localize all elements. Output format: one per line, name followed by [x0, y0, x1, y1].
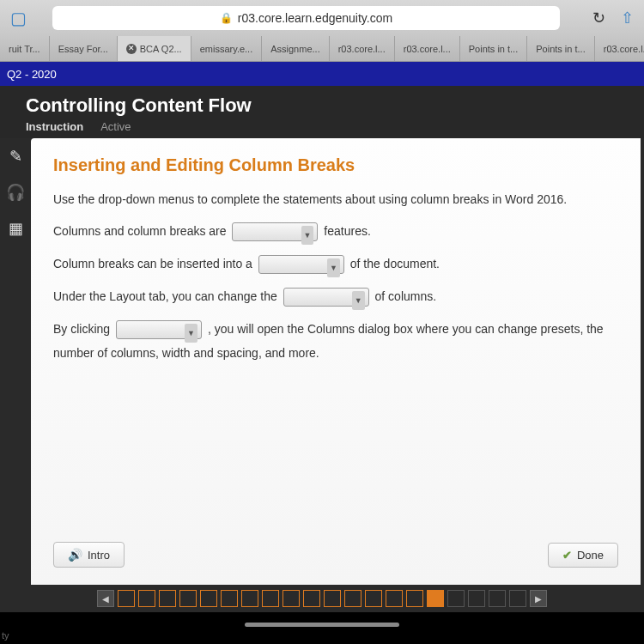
browser-tab[interactable]: r03.core.l... — [330, 36, 395, 61]
progress-step[interactable] — [241, 590, 258, 607]
progress-step-future[interactable] — [509, 590, 526, 607]
progress-step[interactable] — [159, 590, 176, 607]
browser-tab[interactable]: r03.core.l... — [395, 36, 460, 61]
progress-step[interactable] — [283, 590, 300, 607]
lesson-tab-instruction[interactable]: Instruction — [26, 120, 83, 133]
lesson-title: Controlling Content Flow — [26, 94, 627, 117]
course-banner: Q2 - 2020 — [0, 62, 644, 86]
check-icon: ✔ — [562, 549, 572, 562]
home-indicator[interactable] — [245, 623, 399, 627]
browser-tab[interactable]: Assignme... — [262, 36, 329, 61]
browser-tab[interactable]: Points in t... — [527, 36, 594, 61]
progress-step-future[interactable] — [489, 590, 506, 607]
refresh-icon[interactable]: ↻ — [586, 9, 612, 27]
banner-text: Q2 - 2020 — [7, 68, 57, 81]
intro-button[interactable]: 🔊 Intro — [53, 542, 125, 568]
statement-4: By clicking , you will open the Columns … — [53, 317, 618, 365]
tabs-bar: ruit Tr... Essay For... ✕ BCA Q2... emis… — [0, 36, 644, 62]
calculator-icon[interactable]: ▦ — [9, 219, 23, 238]
content-heading: Inserting and Editing Column Breaks — [53, 155, 618, 175]
dropdown-3[interactable] — [283, 288, 369, 307]
address-bar[interactable]: 🔒 r03.core.learn.edgenuity.com — [52, 6, 560, 30]
lock-icon: 🔒 — [220, 12, 233, 24]
progress-nav: ◀ ▶ — [0, 585, 644, 612]
pencil-icon[interactable]: ✎ — [9, 147, 22, 166]
lesson-header: Controlling Content Flow Instruction Act… — [0, 86, 644, 138]
progress-step[interactable] — [179, 590, 197, 607]
progress-step[interactable] — [386, 590, 403, 607]
progress-step[interactable] — [365, 590, 382, 607]
statement-2: Column breaks can be inserted into a of … — [53, 252, 618, 276]
progress-step[interactable] — [118, 590, 135, 607]
dropdown-1[interactable] — [232, 222, 318, 241]
browser-tab[interactable]: Points in t... — [460, 36, 527, 61]
progress-step[interactable] — [344, 590, 361, 607]
progress-step-current[interactable] — [427, 590, 444, 607]
headphones-icon[interactable]: 🎧 — [6, 183, 25, 202]
next-arrow-icon[interactable]: ▶ — [530, 590, 547, 607]
progress-step[interactable] — [138, 590, 155, 607]
url-text: r03.core.learn.edgenuity.com — [238, 11, 392, 25]
statement-3: Under the Layout tab, you can change the… — [53, 284, 618, 308]
dropdown-4[interactable] — [116, 320, 202, 339]
action-buttons: 🔊 Intro ✔ Done — [53, 525, 618, 568]
browser-tab[interactable]: Essay For... — [50, 36, 118, 61]
prev-arrow-icon[interactable]: ◀ — [97, 590, 114, 607]
browser-tab[interactable]: ruit Tr... — [0, 36, 50, 61]
browser-tab-active[interactable]: ✕ BCA Q2... — [118, 36, 191, 61]
lesson-tabs: Instruction Active — [26, 120, 627, 133]
side-toolbar: ✎ 🎧 ▦ — [0, 138, 31, 585]
dropdown-2[interactable] — [258, 255, 344, 274]
progress-step[interactable] — [303, 590, 320, 607]
browser-tab[interactable]: emissary.e... — [191, 36, 263, 61]
instruction-text: Use the drop-down menus to complete the … — [53, 191, 618, 209]
close-icon[interactable]: ✕ — [126, 44, 137, 54]
main-content-area: ✎ 🎧 ▦ Inserting and Editing Column Break… — [0, 138, 644, 585]
browser-toolbar: ▢ 🔒 r03.core.learn.edgenuity.com ↻ ⇧ — [0, 0, 644, 36]
browser-tab[interactable]: r03.core.l... — [595, 36, 644, 61]
content-panel: Inserting and Editing Column Breaks Use … — [31, 138, 641, 585]
progress-step[interactable] — [200, 590, 217, 607]
bookmarks-icon[interactable]: ▢ — [10, 8, 27, 28]
share-icon[interactable]: ⇧ — [621, 9, 634, 27]
statement-1: Columns and column breaks are features. — [53, 219, 618, 243]
progress-step-future[interactable] — [468, 590, 485, 607]
progress-step[interactable] — [221, 590, 238, 607]
lesson-tab-active: Active — [100, 120, 131, 133]
done-button[interactable]: ✔ Done — [548, 543, 618, 568]
progress-step[interactable] — [324, 590, 341, 607]
progress-step[interactable] — [406, 590, 423, 607]
speaker-icon: 🔊 — [68, 548, 82, 562]
progress-step-future[interactable] — [447, 590, 465, 607]
corner-label: ty — [2, 630, 9, 641]
progress-step[interactable] — [262, 590, 279, 607]
